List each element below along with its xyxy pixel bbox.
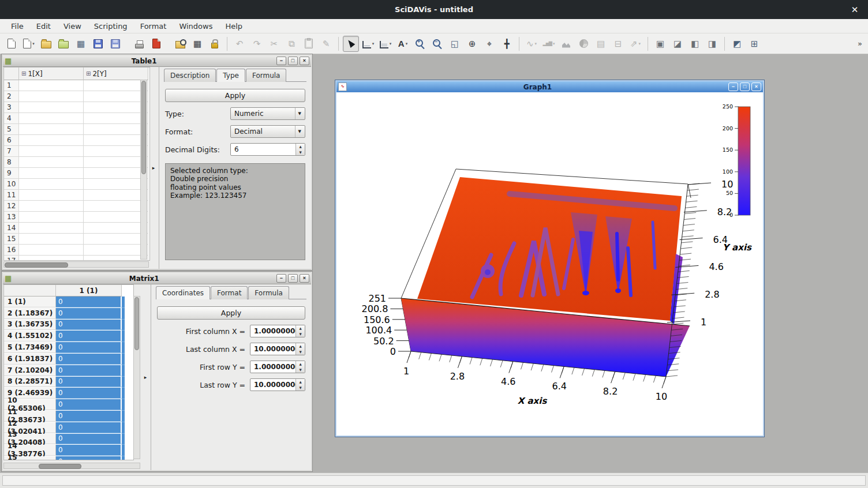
table-cell[interactable]: [84, 212, 148, 223]
row-header[interactable]: 13: [4, 212, 19, 223]
decimal-digits-input[interactable]: 6▲▼: [230, 143, 305, 156]
tab-description[interactable]: Description: [164, 69, 216, 82]
save-template-button[interactable]: [107, 36, 124, 52]
table-cell[interactable]: [84, 168, 148, 179]
table-cell[interactable]: [19, 179, 84, 190]
table-cell[interactable]: [84, 234, 148, 245]
spinner-buttons[interactable]: ▲▼: [295, 379, 305, 391]
row-header[interactable]: 8: [4, 157, 19, 168]
table-cell[interactable]: [84, 146, 148, 157]
last-row-y-input[interactable]: 10.0000000▲▼: [250, 378, 305, 391]
matrix-cell[interactable]: 0: [56, 388, 122, 399]
table-cell[interactable]: [84, 80, 148, 91]
column-plot-button[interactable]: ▂▅▇▾: [541, 36, 557, 52]
pie-plot-button[interactable]: [575, 36, 592, 52]
first-row-y-input[interactable]: 1.00000000▲▼: [250, 361, 305, 373]
graph1-close-button[interactable]: ×: [751, 82, 761, 91]
matrix-cell[interactable]: 0: [56, 411, 122, 422]
matrix-row-header[interactable]: 15 (3.57143): [4, 456, 56, 460]
table-cell[interactable]: [84, 190, 148, 201]
apply-button[interactable]: Apply: [165, 89, 305, 102]
row-header[interactable]: 15: [4, 234, 19, 245]
paste-button[interactable]: [301, 36, 317, 52]
table-corner-cell[interactable]: [4, 67, 19, 80]
box-plot-button[interactable]: ⊟: [610, 36, 626, 52]
table-cell[interactable]: [19, 102, 84, 113]
matrix-cell[interactable]: 0: [56, 434, 122, 445]
table-cell[interactable]: [19, 80, 84, 91]
table-cell[interactable]: [84, 256, 148, 261]
table1-title-bar[interactable]: ▦ Table1 − □ ×: [3, 55, 311, 67]
matrix-row-header[interactable]: 8 (2.28571): [4, 377, 56, 388]
expand-arrow-icon[interactable]: ▸: [144, 374, 147, 380]
annotate-button[interactable]: ✎: [318, 36, 334, 52]
move-points-button[interactable]: ╋: [499, 36, 515, 52]
select-data-range-button[interactable]: ⌖: [481, 36, 497, 52]
table-cell[interactable]: [84, 223, 148, 234]
table1-maximize-button[interactable]: □: [288, 57, 298, 65]
row-header[interactable]: 1: [4, 80, 19, 91]
table-cell[interactable]: [19, 135, 84, 146]
row-header[interactable]: 2: [4, 91, 19, 102]
table-cell[interactable]: [84, 135, 148, 146]
row-header[interactable]: 6: [4, 135, 19, 146]
tab-coordinates[interactable]: Coordinates: [156, 286, 210, 299]
graph1-title-bar[interactable]: ∿ Graph1 − □ ×: [336, 81, 763, 93]
new-aspect-button[interactable]: ▾: [21, 36, 37, 52]
trajectory-3d-button[interactable]: ◪: [669, 36, 686, 52]
table1-vscrollbar[interactable]: [140, 80, 147, 260]
zoom-in-button[interactable]: +: [412, 36, 428, 52]
pointer-button[interactable]: [343, 36, 359, 52]
graph1-canvas[interactable]: 251200.8150.6100.450.2012.84.66.48.21012…: [336, 92, 763, 436]
import-ascii-button[interactable]: ▦: [73, 36, 89, 52]
tab-format[interactable]: Format: [211, 286, 248, 299]
table1-hscrollbar[interactable]: [3, 261, 149, 268]
area-plot-button[interactable]: [558, 36, 574, 52]
zoom-out-button[interactable]: −: [429, 36, 446, 52]
row-header[interactable]: 7: [4, 146, 19, 157]
table-cell[interactable]: [19, 245, 84, 256]
surface-3d-button[interactable]: ▣: [652, 36, 668, 52]
table-cell[interactable]: [84, 91, 148, 102]
table-cell[interactable]: [19, 234, 84, 245]
matrix1-maximize-button[interactable]: □: [288, 274, 298, 283]
spinner-buttons[interactable]: ▲▼: [295, 343, 305, 355]
matrix-cell[interactable]: 0: [56, 456, 122, 460]
table-cell[interactable]: [84, 201, 148, 212]
spinner-buttons[interactable]: ▲▼: [295, 325, 305, 337]
spinner-buttons[interactable]: ▲▼: [295, 144, 305, 155]
matrix-cell[interactable]: 0: [56, 445, 122, 456]
matrix-row-header[interactable]: 1 (1): [4, 296, 56, 307]
redo-button[interactable]: ↷: [249, 36, 265, 52]
table-cell[interactable]: [19, 212, 84, 223]
table1-minimize-button[interactable]: −: [276, 57, 286, 65]
row-header[interactable]: 17: [4, 256, 19, 261]
copy-button[interactable]: ⧉: [283, 36, 300, 52]
matrix1-panel-splitter[interactable]: ▸: [141, 284, 149, 470]
table1-close-button[interactable]: ×: [300, 57, 309, 65]
row-header[interactable]: 5: [4, 124, 19, 135]
data-reader-button[interactable]: ⊕: [464, 36, 480, 52]
export-pdf-button[interactable]: [148, 36, 164, 52]
row-header[interactable]: 16: [4, 245, 19, 256]
matrix-row-header[interactable]: 6 (1.91837): [4, 354, 56, 365]
menu-scripting[interactable]: Scripting: [88, 20, 134, 32]
select-table-button[interactable]: ◩: [729, 36, 745, 52]
column-header[interactable]: ⊞1[X]: [19, 67, 84, 80]
vector-plot-button[interactable]: ⇗▾: [627, 36, 643, 52]
scatter-3d-button[interactable]: ◨: [704, 36, 720, 52]
row-header[interactable]: 12: [4, 201, 19, 212]
menu-view[interactable]: View: [57, 20, 88, 32]
save-project-button[interactable]: [90, 36, 106, 52]
matrix1-hscrollbar[interactable]: [3, 463, 140, 469]
matrix-cell[interactable]: 0: [56, 342, 122, 353]
format-select[interactable]: Decimal▼: [230, 125, 305, 138]
table-cell[interactable]: [19, 146, 84, 157]
row-header[interactable]: 4: [4, 113, 19, 124]
grid-button[interactable]: ▾: [377, 36, 394, 52]
lock-button[interactable]: [207, 36, 223, 52]
row-header[interactable]: 14: [4, 223, 19, 234]
matrix1-minimize-button[interactable]: −: [276, 274, 286, 283]
matrix-cell[interactable]: 0: [56, 422, 122, 433]
matrix-cell[interactable]: 0: [56, 320, 122, 331]
